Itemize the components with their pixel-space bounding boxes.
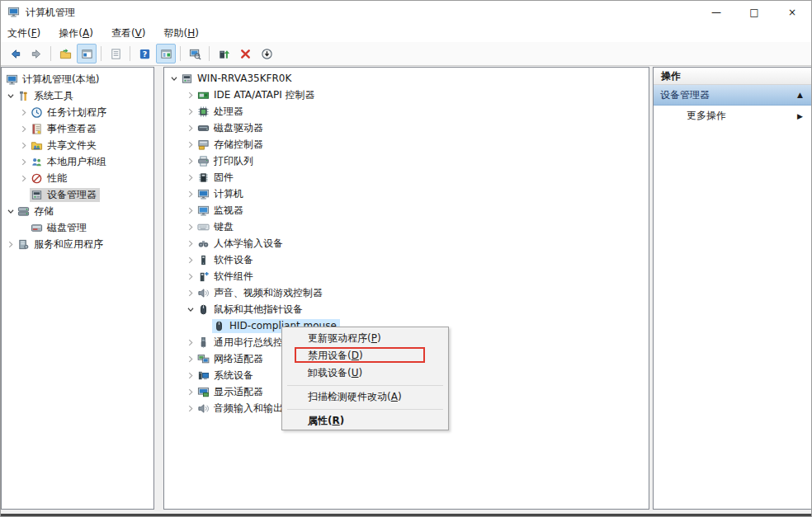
tree-item[interactable]: 共享文件夹 — [2, 137, 153, 153]
chevron-collapsed-icon[interactable] — [185, 254, 196, 266]
tree-item[interactable]: 软件组件 — [164, 268, 649, 284]
chevron-expanded-icon[interactable] — [185, 303, 196, 316]
chevron-collapsed-icon[interactable] — [185, 155, 196, 167]
actions-section-device-manager[interactable]: 设备管理器 ▲ — [654, 85, 811, 106]
tree-item[interactable]: 存储 — [2, 203, 153, 219]
chevron-collapsed-icon[interactable] — [185, 188, 196, 200]
tree-item-content[interactable]: 网络适配器 — [196, 352, 267, 366]
tree-item-content[interactable]: 存储控制器 — [196, 138, 267, 152]
chevron-collapsed-icon[interactable] — [185, 336, 196, 349]
tree-item-content[interactable]: 设备管理器 — [30, 188, 100, 202]
chevron-collapsed-icon[interactable] — [18, 156, 30, 168]
tree-item-content[interactable]: 服务和应用程序 — [17, 237, 106, 251]
tree-item-content[interactable]: 性能 — [30, 172, 70, 186]
tree-item[interactable]: 打印队列 — [164, 153, 649, 169]
tree-item-content[interactable]: 打印队列 — [196, 154, 257, 168]
tree-item-content[interactable]: 音频输入和输出 — [196, 402, 286, 416]
chevron-collapsed-icon[interactable] — [185, 369, 196, 382]
tree-item[interactable]: 本地用户和组 — [2, 153, 153, 170]
tree-item[interactable]: 计算机管理(本地) — [2, 71, 153, 87]
chevron-collapsed-icon[interactable] — [185, 204, 196, 217]
chevron-collapsed-icon[interactable] — [185, 106, 196, 118]
more-actions-item[interactable]: 更多操作 ▶ — [654, 106, 811, 126]
chevron-collapsed-icon[interactable] — [185, 172, 196, 184]
back-arrow-button[interactable] — [5, 44, 25, 63]
close-button[interactable]: × — [773, 1, 811, 24]
chevron-collapsed-icon[interactable] — [185, 287, 196, 299]
chevron-expanded-icon[interactable] — [5, 90, 17, 102]
chevron-collapsed-icon[interactable] — [18, 172, 30, 185]
tree-item-content[interactable]: 存储 — [17, 204, 57, 219]
tree-item-content[interactable]: 系统设备 — [196, 369, 257, 383]
console-tree-button[interactable] — [156, 44, 176, 63]
tree-item[interactable]: 处理器 — [164, 103, 649, 120]
console-window-button[interactable] — [77, 44, 97, 63]
chevron-expanded-icon[interactable] — [5, 205, 17, 218]
tree-item-content[interactable]: 声音、视频和游戏控制器 — [196, 286, 326, 300]
export-list-button[interactable] — [185, 44, 205, 63]
tree-item[interactable]: 磁盘管理 — [2, 219, 153, 236]
tree-item-content[interactable]: 人体学输入设备 — [196, 237, 286, 251]
tree-item[interactable]: 设备管理器 — [2, 186, 153, 203]
tree-item-content[interactable]: 软件设备 — [196, 253, 257, 267]
tree-item-content[interactable]: 本地用户和组 — [30, 155, 110, 169]
menu-v[interactable]: 查看(V) — [103, 25, 154, 42]
chevron-collapsed-icon[interactable] — [5, 238, 17, 251]
tree-item-content[interactable]: 键盘 — [196, 220, 237, 234]
chevron-collapsed-icon[interactable] — [18, 139, 30, 152]
chevron-collapsed-icon[interactable] — [185, 237, 196, 250]
chevron-collapsed-icon[interactable] — [185, 89, 196, 101]
menu-h[interactable]: 帮助(H) — [155, 25, 206, 42]
tree-item[interactable]: 人体学输入设备 — [164, 235, 649, 251]
chevron-collapsed-icon[interactable] — [185, 122, 196, 134]
tree-item-content[interactable]: 计算机管理(本地) — [5, 73, 102, 87]
tree-item[interactable]: 监视器 — [164, 202, 649, 219]
menu-a[interactable]: 操作(A) — [50, 25, 102, 42]
tree-item[interactable]: 鼠标和其他指针设备 — [164, 301, 649, 317]
tree-item[interactable]: 任务计划程序 — [2, 104, 153, 120]
context-menu-item-p[interactable]: 更新驱动程序(P) — [282, 330, 448, 347]
tree-item-content[interactable]: 系统工具 — [17, 89, 77, 103]
scan-hardware-button[interactable] — [257, 44, 276, 63]
minimize-button[interactable]: — — [697, 1, 735, 24]
tree-item[interactable]: 键盘 — [164, 219, 649, 235]
tree-item[interactable]: 系统工具 — [2, 87, 153, 104]
tree-item[interactable]: 事件查看器 — [2, 120, 153, 137]
chevron-collapsed-icon[interactable] — [185, 270, 196, 283]
tree-item-content[interactable]: IDE ATA/ATAPI 控制器 — [196, 88, 319, 102]
context-menu-item-r[interactable]: 属性(R) — [282, 412, 448, 430]
tree-item-content[interactable]: WIN-RRVA35KFR0K — [180, 72, 295, 86]
chevron-collapsed-icon[interactable] — [185, 139, 196, 151]
tree-item[interactable]: 声音、视频和游戏控制器 — [164, 284, 649, 301]
tree-item-content[interactable]: 任务计划程序 — [30, 106, 110, 120]
help-button[interactable]: ? — [135, 44, 154, 63]
chevron-collapsed-icon[interactable] — [185, 386, 196, 398]
tree-item[interactable]: 磁盘驱动器 — [164, 120, 649, 136]
context-menu-item-d[interactable]: 禁用设备(D) — [282, 347, 448, 364]
tree-item[interactable]: 固件 — [164, 169, 649, 186]
enable-device-button[interactable] — [214, 44, 234, 63]
tree-item[interactable]: 服务和应用程序 — [2, 236, 153, 252]
tree-item[interactable]: WIN-RRVA35KFR0K — [164, 70, 649, 87]
tree-item-content[interactable]: 显示适配器 — [196, 385, 267, 399]
chevron-collapsed-icon[interactable] — [185, 402, 196, 415]
context-menu-item-u[interactable]: 卸载设备(U) — [282, 364, 448, 382]
tree-item-content[interactable]: 计算机 — [196, 187, 247, 201]
properties-doc-button[interactable] — [106, 44, 125, 63]
folder-export-button[interactable] — [55, 44, 75, 63]
tree-item[interactable]: 软件设备 — [164, 251, 649, 268]
context-menu-item-a[interactable]: 扫描检测硬件改动(A) — [282, 388, 448, 406]
tree-item-content[interactable]: 处理器 — [196, 105, 247, 119]
disable-x-button[interactable] — [235, 44, 255, 63]
chevron-collapsed-icon[interactable] — [185, 221, 196, 233]
tree-item-content[interactable]: 磁盘驱动器 — [196, 121, 267, 135]
tree-item-content[interactable]: 磁盘管理 — [30, 221, 90, 235]
chevron-collapsed-icon[interactable] — [185, 353, 196, 365]
tree-item[interactable]: IDE ATA/ATAPI 控制器 — [164, 87, 649, 103]
tree-item[interactable]: 计算机 — [164, 186, 649, 202]
tree-item-content[interactable]: 监视器 — [196, 204, 247, 218]
tree-item[interactable]: 存储控制器 — [164, 136, 649, 153]
chevron-collapsed-icon[interactable] — [18, 106, 30, 119]
tree-item-content[interactable]: 软件组件 — [196, 270, 257, 284]
tree-item-content[interactable]: 鼠标和其他指针设备 — [196, 303, 306, 317]
